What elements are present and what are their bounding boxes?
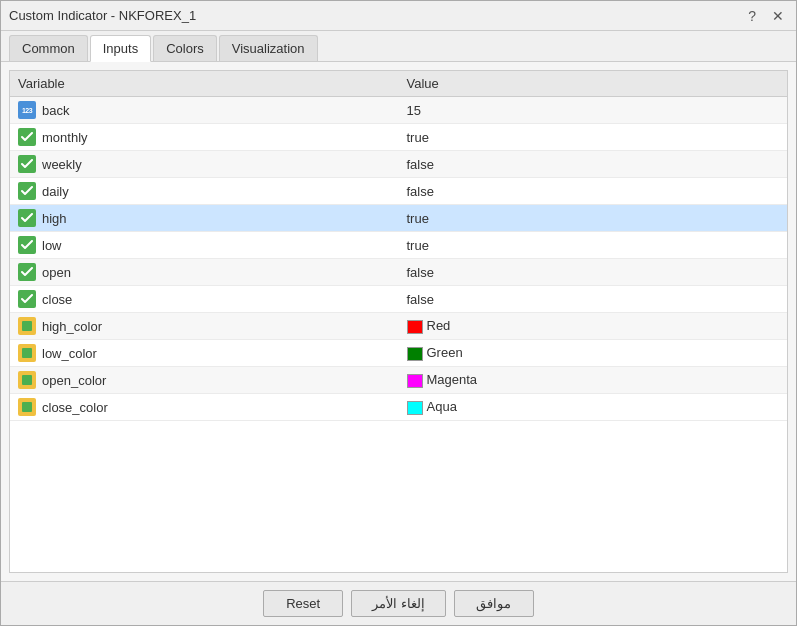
color-type-icon: [18, 371, 36, 389]
value-cell: Red: [399, 313, 788, 340]
reset-button[interactable]: Reset: [263, 590, 343, 617]
variable-value: Aqua: [427, 399, 457, 414]
bool-icon: [18, 128, 36, 146]
variable-name: open_color: [42, 373, 106, 388]
bool-icon: [18, 236, 36, 254]
variable-value: Red: [427, 318, 451, 333]
bool-icon: [18, 209, 36, 227]
variable-value: Green: [427, 345, 463, 360]
variable-name: low_color: [42, 346, 97, 361]
value-cell: Aqua: [399, 394, 788, 421]
variable-cell: monthly: [10, 124, 399, 151]
variable-cell: close_color: [10, 394, 399, 421]
dialog-footer: Reset إلغاء الأمر موافق: [1, 581, 796, 625]
value-cell: true: [399, 232, 788, 259]
table-row[interactable]: weeklyfalse: [10, 151, 787, 178]
table-row[interactable]: 123back15: [10, 97, 787, 124]
variable-name: close_color: [42, 400, 108, 415]
table-row[interactable]: closefalse: [10, 286, 787, 313]
variable-name: back: [42, 103, 69, 118]
variable-cell: high: [10, 205, 399, 232]
value-cell: 15: [399, 97, 788, 124]
variable-value: false: [407, 292, 434, 307]
table-header-row: Variable Value: [10, 71, 787, 97]
variable-cell: daily: [10, 178, 399, 205]
variable-cell: close: [10, 286, 399, 313]
variable-cell: 123back: [10, 97, 399, 124]
variable-cell: weekly: [10, 151, 399, 178]
bool-icon: [18, 155, 36, 173]
col-header-variable: Variable: [10, 71, 399, 97]
bool-icon: [18, 182, 36, 200]
variable-value: true: [407, 238, 429, 253]
variable-name: open: [42, 265, 71, 280]
variable-name: high_color: [42, 319, 102, 334]
variable-value: false: [407, 265, 434, 280]
table-row[interactable]: open_colorMagenta: [10, 367, 787, 394]
inputs-table: Variable Value 123back15 monthlytrue wee…: [10, 71, 787, 421]
main-content: Variable Value 123back15 monthlytrue wee…: [1, 62, 796, 581]
variable-cell: low_color: [10, 340, 399, 367]
help-button[interactable]: ?: [744, 6, 760, 26]
variable-name: high: [42, 211, 67, 226]
table-row[interactable]: high_colorRed: [10, 313, 787, 340]
color-swatch: [407, 347, 423, 361]
col-header-value: Value: [399, 71, 788, 97]
variable-value: false: [407, 157, 434, 172]
table-row[interactable]: hightrue: [10, 205, 787, 232]
variable-value: true: [407, 130, 429, 145]
bool-icon: [18, 263, 36, 281]
table-row[interactable]: dailyfalse: [10, 178, 787, 205]
value-cell: false: [399, 286, 788, 313]
color-swatch: [407, 401, 423, 415]
color-type-icon: [18, 398, 36, 416]
variable-name: daily: [42, 184, 69, 199]
value-cell: true: [399, 124, 788, 151]
variable-name: close: [42, 292, 72, 307]
variable-cell: high_color: [10, 313, 399, 340]
window-title: Custom Indicator - NKFOREX_1: [9, 8, 196, 23]
value-cell: true: [399, 205, 788, 232]
title-bar-controls: ? ✕: [744, 6, 788, 26]
variable-value: false: [407, 184, 434, 199]
tab-common[interactable]: Common: [9, 35, 88, 61]
tab-inputs[interactable]: Inputs: [90, 35, 151, 62]
variable-name: low: [42, 238, 62, 253]
color-type-icon: [18, 317, 36, 335]
variable-value: true: [407, 211, 429, 226]
variable-name: weekly: [42, 157, 82, 172]
color-type-icon: [18, 344, 36, 362]
color-swatch: [407, 374, 423, 388]
table-row[interactable]: low_colorGreen: [10, 340, 787, 367]
bool-icon: [18, 290, 36, 308]
variable-value: 15: [407, 103, 421, 118]
value-cell: Magenta: [399, 367, 788, 394]
tab-colors[interactable]: Colors: [153, 35, 217, 61]
value-cell: Green: [399, 340, 788, 367]
value-cell: false: [399, 151, 788, 178]
table-row[interactable]: openfalse: [10, 259, 787, 286]
value-cell: false: [399, 259, 788, 286]
num-icon: 123: [18, 101, 36, 119]
variable-cell: open: [10, 259, 399, 286]
title-bar: Custom Indicator - NKFOREX_1 ? ✕: [1, 1, 796, 31]
table-row[interactable]: lowtrue: [10, 232, 787, 259]
tab-bar: Common Inputs Colors Visualization: [1, 31, 796, 62]
variable-value: Magenta: [427, 372, 478, 387]
table-row[interactable]: close_colorAqua: [10, 394, 787, 421]
ok-button[interactable]: موافق: [454, 590, 534, 617]
close-button[interactable]: ✕: [768, 6, 788, 26]
dialog-window: Custom Indicator - NKFOREX_1 ? ✕ Common …: [0, 0, 797, 626]
color-swatch: [407, 320, 423, 334]
tab-visualization[interactable]: Visualization: [219, 35, 318, 61]
variable-cell: open_color: [10, 367, 399, 394]
value-cell: false: [399, 178, 788, 205]
table-row[interactable]: monthlytrue: [10, 124, 787, 151]
cancel-button[interactable]: إلغاء الأمر: [351, 590, 446, 617]
variable-name: monthly: [42, 130, 88, 145]
inputs-table-container: Variable Value 123back15 monthlytrue wee…: [9, 70, 788, 573]
variable-cell: low: [10, 232, 399, 259]
